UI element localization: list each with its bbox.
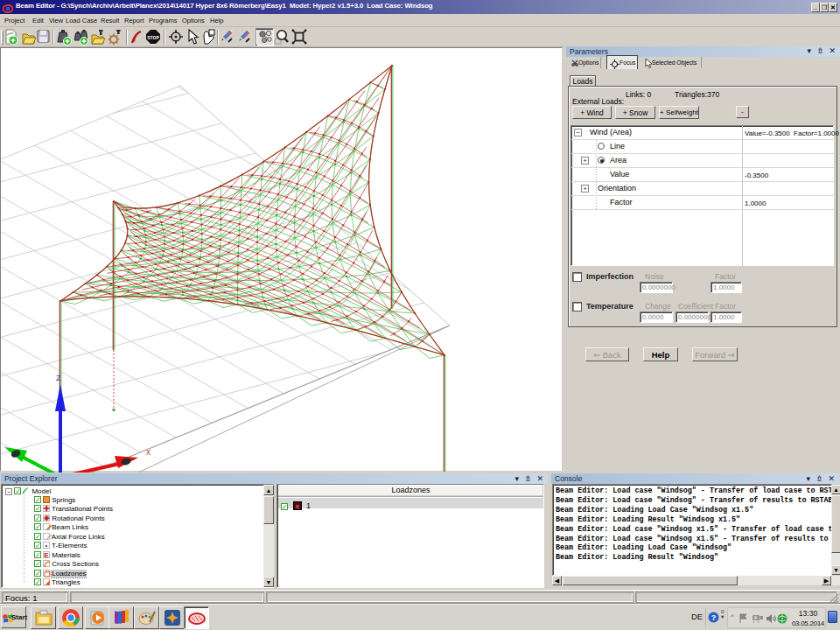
svg-text:?: ? xyxy=(711,613,717,622)
svg-text:x: x xyxy=(146,447,150,457)
svg-text:Z: Z xyxy=(56,374,61,382)
svg-text:STOP: STOP xyxy=(147,35,159,40)
